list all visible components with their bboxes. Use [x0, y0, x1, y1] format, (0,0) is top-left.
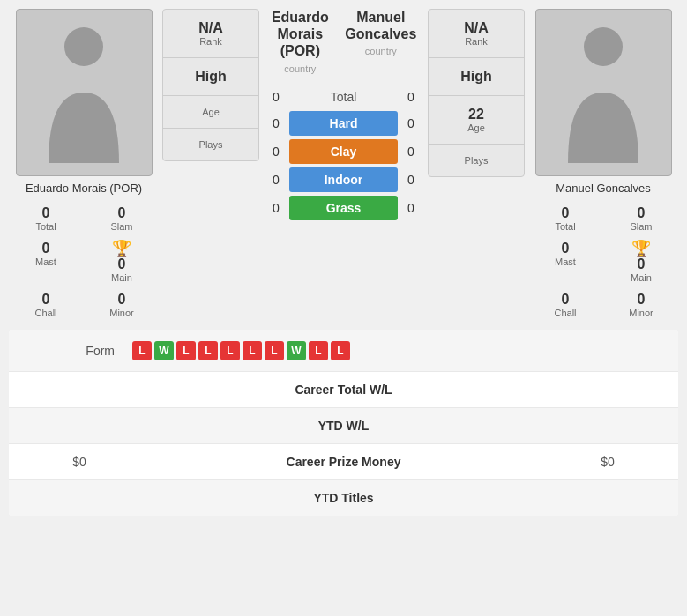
- form-badge-l: L: [132, 341, 152, 360]
- right-info-card: N/A Rank High 22 Age Plays: [428, 9, 525, 177]
- ytd-titles-row: YTD Titles: [9, 480, 678, 516]
- form-badge-w: W: [287, 341, 306, 360]
- left-rank-row: N/A Rank: [163, 10, 258, 58]
- hard-row: 0 Hard 0: [263, 111, 424, 136]
- hard-button[interactable]: Hard: [289, 111, 398, 136]
- center-area: Eduardo Morais(POR) country Manuel Gonca…: [263, 9, 424, 224]
- svg-point-1: [584, 27, 623, 66]
- main-container: Eduardo Morais (POR) 0 Total 0 Slam 0 Ma…: [0, 0, 687, 524]
- right-age-row: 22 Age: [429, 96, 524, 145]
- left-stat-slam: 0 Slam: [85, 202, 159, 235]
- form-badge-l: L: [265, 341, 284, 360]
- form-badge-l: L: [220, 341, 240, 360]
- career-prize-row: $0 Career Prize Money $0: [9, 444, 678, 480]
- left-stat-minor: 0 Minor: [85, 288, 159, 322]
- left-stat-chall: 0 Chall: [9, 288, 83, 322]
- right-trophy-icon: 🏆: [631, 241, 651, 256]
- form-badge-l: L: [309, 341, 328, 360]
- clay-row: 0 Clay 0: [263, 139, 424, 164]
- career-wl-row: Career Total W/L: [9, 372, 678, 408]
- right-high-row: High: [429, 58, 524, 96]
- right-player-stats: 0 Total 0 Slam 0 Mast 🏆 0 Main 0: [528, 202, 678, 322]
- left-age-row: Age: [163, 96, 258, 129]
- grass-row: 0 Grass 0: [263, 196, 424, 220]
- left-stat-mast: 0 Mast: [9, 237, 83, 286]
- form-badges: LWLLLLLWLL: [132, 341, 350, 360]
- left-trophy-icon: 🏆: [112, 241, 131, 256]
- right-stat-mast: 0 Mast: [528, 237, 602, 286]
- left-player-name: Eduardo Morais (POR): [26, 182, 142, 195]
- left-name-area: Eduardo Morais(POR) country: [263, 9, 338, 81]
- right-stat-total: 0 Total: [528, 202, 602, 235]
- form-badge-l: L: [331, 341, 350, 360]
- right-plays-row: Plays: [429, 145, 524, 176]
- left-stat-total: 0 Total: [9, 202, 83, 235]
- right-country: country: [365, 46, 397, 56]
- left-high-row: High: [163, 58, 258, 96]
- surface-scores: 0 Hard 0 0 Clay 0 0 Indoor 0 0 Grass: [263, 111, 424, 224]
- left-title-name: Eduardo Morais(POR): [263, 9, 338, 60]
- right-title-name: Manuel Goncalves: [338, 9, 424, 42]
- clay-button[interactable]: Clay: [289, 139, 398, 164]
- left-player-card: Eduardo Morais (POR) 0 Total 0 Slam 0 Ma…: [9, 9, 159, 322]
- right-stat-minor: 0 Minor: [604, 288, 678, 322]
- left-trophy-icon-cell: 🏆 0 Main: [85, 237, 159, 286]
- left-player-avatar: [16, 9, 153, 176]
- left-country: country: [284, 63, 316, 74]
- form-badge-l: L: [198, 341, 218, 360]
- right-player-card: Manuel Goncalves 0 Total 0 Slam 0 Mast 🏆…: [528, 9, 678, 322]
- form-row: Form LWLLLLLWLL: [9, 330, 678, 372]
- right-rank-row: N/A Rank: [429, 10, 524, 58]
- right-stat-slam: 0 Slam: [604, 202, 678, 235]
- form-badge-l: L: [176, 341, 196, 360]
- players-section: Eduardo Morais (POR) 0 Total 0 Slam 0 Ma…: [9, 9, 678, 322]
- grass-button[interactable]: Grass: [289, 196, 398, 220]
- indoor-row: 0 Indoor 0: [263, 167, 424, 192]
- right-player-name: Manuel Goncalves: [556, 182, 651, 195]
- left-info-card: N/A Rank High Age Plays: [162, 9, 259, 161]
- right-name-area: Manuel Goncalves country: [338, 9, 424, 81]
- right-stat-chall: 0 Chall: [528, 288, 602, 322]
- right-trophy-icon-cell: 🏆 0 Main: [604, 237, 678, 286]
- bottom-section: Form LWLLLLLWLL Career Total W/L YTD W/L…: [9, 330, 678, 516]
- form-badge-l: L: [243, 341, 262, 360]
- ytd-wl-row: YTD W/L: [9, 408, 678, 444]
- indoor-button[interactable]: Indoor: [289, 167, 398, 192]
- left-plays-row: Plays: [163, 129, 258, 160]
- left-player-stats: 0 Total 0 Slam 0 Mast 🏆 0 Main 0: [9, 202, 159, 322]
- form-badge-w: W: [154, 341, 174, 360]
- total-row: 0 Total 0: [263, 90, 424, 104]
- right-player-avatar: [535, 9, 672, 176]
- svg-point-0: [64, 27, 103, 66]
